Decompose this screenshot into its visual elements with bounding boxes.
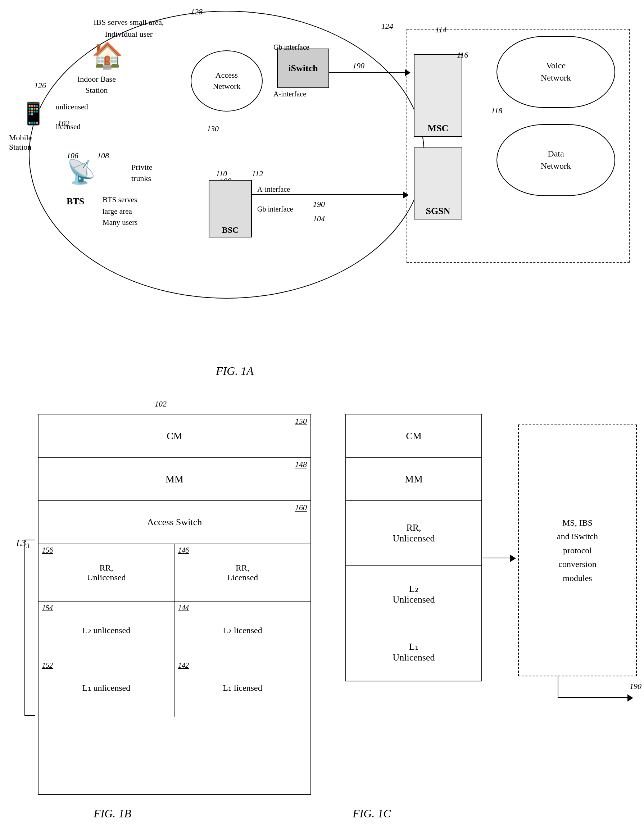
fig1c-l2-unlicensed-cell: L₂ Unlicensed	[346, 565, 481, 623]
fig1b-caption: FIG. 1B	[94, 807, 131, 820]
ref-102-fig1b: 102	[155, 399, 167, 409]
dashed-box-label: MS, IBS and iSwitch protocol conversion …	[557, 516, 598, 585]
fig1c-rr-unlicensed-text: RR, Unlicensed	[393, 522, 435, 544]
ref-190-fig1c: 190	[629, 682, 641, 691]
indoor-base-station-label: Indoor Base Station	[77, 74, 116, 96]
dashed-box-190: MS, IBS and iSwitch protocol conversion …	[518, 424, 637, 676]
bts-icon: 📡	[67, 158, 96, 186]
access-switch-ref: 160	[295, 503, 307, 512]
l2-licensed-cell: 144 L₂ licensed	[174, 601, 311, 659]
l1-licensed-text: L₁ licensed	[223, 683, 262, 693]
ref-116: 116	[457, 50, 468, 60]
l2-unlicensed-cell: 154 L₂ unlicensed	[39, 601, 174, 659]
L3-bracket-bot	[24, 715, 35, 716]
msc-label: MSC	[428, 123, 449, 134]
rr-licensed-text: RR, Licensed	[227, 563, 258, 582]
rr-unlicensed-cell: 156 RR, Unlicensed	[39, 544, 174, 601]
rr-licensed-cell: 146 RR, Licensed	[174, 544, 311, 601]
ref-126: 126	[34, 81, 46, 90]
l1-licensed-ref: 142	[178, 661, 189, 669]
a-interface-top-label: A-interface	[273, 90, 306, 98]
rr-row: 156 RR, Unlicensed 146 RR, Licensed	[39, 544, 311, 601]
cm-ref: 150	[295, 417, 307, 426]
fig1a-caption: FIG. 1A	[216, 364, 254, 378]
bsc-label: BSC	[222, 225, 239, 235]
mm-row: MM 148	[39, 458, 311, 501]
arrowhead-190	[628, 694, 633, 702]
l1-unlicensed-cell: 152 L₁ unlicensed	[39, 659, 174, 716]
access-switch-text: Access Switch	[147, 517, 202, 528]
ref-190-top: 190	[353, 61, 364, 70]
l2-unlicensed-ref: 154	[42, 604, 53, 612]
fig1b-outer-box: CM 150 MM 148 Access Switch 160 156 RR, …	[38, 414, 311, 795]
access-switch-row: Access Switch 160	[39, 501, 311, 544]
ref-124: 124	[381, 21, 393, 31]
gb-interface-top-label: Gb interface	[273, 43, 309, 52]
fig1c-l2-unlicensed-text: L₂ Unlicensed	[393, 583, 435, 605]
fig1c-stack-box: CM MM RR, Unlicensed L₂ Unlicensed L₁ Un…	[345, 414, 482, 681]
fig1c-cm-text: CM	[406, 430, 422, 442]
L3-bracket-vert	[24, 539, 25, 716]
fig1c-container: CM MM RR, Unlicensed L₂ Unlicensed L₁ Un…	[345, 396, 641, 827]
bts-label: BTS	[67, 196, 84, 207]
l2-unlicensed-text: L₂ unlicensed	[82, 625, 130, 635]
mobile-station-label: Mobile Station	[9, 133, 32, 152]
ref-104: 104	[313, 214, 325, 223]
fig1c-rr-unlicensed-cell: RR, Unlicensed	[346, 501, 481, 565]
fig1a-diagram: 128 IBS serves small area, Individual us…	[0, 0, 644, 396]
fig1c-l1-unlicensed-text: L₁ Unlicensed	[393, 641, 435, 663]
fig1c-l1-unlicensed-cell: L₁ Unlicensed	[346, 623, 481, 681]
arrow-bsc-right	[252, 194, 407, 195]
fig1c-mm-cell: MM	[346, 458, 481, 501]
msc-box: MSC	[414, 54, 462, 137]
rr-unlicensed-ref: 156	[42, 546, 53, 554]
access-network-cloud: Access Network	[191, 50, 263, 112]
l2-licensed-ref: 144	[178, 604, 189, 612]
bsc-box: BSC	[209, 180, 252, 237]
ref-108: 108	[97, 151, 109, 161]
l2-row: 154 L₂ unlicensed 144 L₂ licensed	[39, 601, 311, 659]
l1-unlicensed-text: L₁ unlicensed	[82, 683, 130, 693]
ref-130: 130	[207, 124, 219, 133]
ibs-icon: 🏠	[92, 43, 123, 68]
fig1b-fig1c-section: 102 L33 CM 150 MM 148 Access Switch 160	[0, 396, 644, 835]
arrowhead-rr-right	[510, 555, 516, 562]
fig1b-container: 102 L33 CM 150 MM 148 Access Switch 160	[11, 396, 320, 827]
bts-serves-label: BTS serves large area Many users	[102, 194, 137, 229]
arrow-iswitch-right	[329, 72, 408, 73]
arrow-down-190	[558, 676, 558, 698]
iswitch-box: iSwitch	[277, 49, 329, 88]
l1-row: 152 L₁ unlicensed 142 L₁ licensed	[39, 659, 311, 716]
arrow-right-190	[558, 697, 629, 698]
ref-112: 112	[252, 169, 263, 179]
l1-unlicensed-ref: 152	[42, 661, 53, 669]
licensed-label: licensed	[56, 122, 81, 131]
ref-128: 128	[191, 7, 203, 16]
sgsn-label: SGSN	[426, 206, 450, 216]
ref-190-bot: 190	[313, 200, 325, 209]
ibs-serves-label: IBS serves small area, Individual user	[94, 16, 164, 40]
cm-row: CM 150	[39, 414, 311, 458]
l2-licensed-text: L₂ licensed	[223, 625, 262, 635]
mm-text: MM	[166, 473, 184, 485]
ref-114: 114	[435, 25, 447, 34]
mobile-station-icon: 📱	[20, 101, 47, 126]
gb-interface-bsc-label: Gb interface	[257, 205, 293, 213]
unlicensed-label: unlicensed	[56, 102, 88, 112]
fig1c-mm-text: MM	[405, 473, 423, 485]
cm-text: CM	[167, 430, 182, 442]
arrow-rr-right	[483, 558, 512, 558]
rr-unlicensed-text: RR, Unlicensed	[87, 563, 126, 582]
fig1c-cm-cell: CM	[346, 414, 481, 458]
private-trunks-label: Privite trunks	[131, 162, 153, 184]
ref-110: 110	[216, 169, 227, 179]
L3-bracket-top	[24, 539, 35, 540]
sgsn-box: SGSN	[414, 148, 462, 219]
a-interface-bsc-label: A-interface	[257, 185, 290, 193]
data-network-cloud: Data Network	[496, 124, 615, 196]
l1-licensed-cell: 142 L₁ licensed	[174, 659, 311, 716]
ref-118: 118	[491, 106, 502, 115]
mm-ref: 148	[295, 460, 307, 469]
fig1c-caption: FIG. 1C	[353, 807, 391, 820]
rr-licensed-ref: 146	[178, 546, 189, 554]
